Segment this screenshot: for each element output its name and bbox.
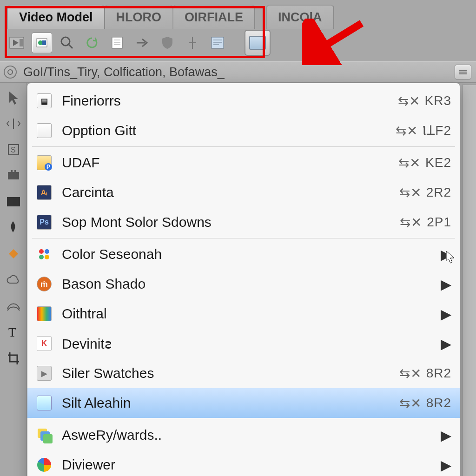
k-icon: K [36,335,53,352]
divider-icon[interactable] [182,33,203,53]
file-icon: ▤ [36,93,53,109]
menu-item-label: Fineriorrs [62,93,389,109]
shield-icon[interactable] [157,33,178,53]
menu-item-shortcut: ⇆✕KR3 [398,93,451,109]
tab-label: Video Model [19,10,93,25]
submenu-arrow-icon: ▶ [441,427,451,443]
left-tool-strip: S T [0,83,27,476]
svg-line-18 [316,23,362,51]
submenu-arrow-icon: ▶ [441,306,451,322]
search-icon[interactable] [57,33,77,53]
menu-item-shortcut: ⇆✕2R2 [399,185,451,200]
plugin-icon[interactable] [4,166,23,185]
menu-item-udaf[interactable]: UDAF ⇆✕KE2 [27,148,460,178]
type-icon[interactable]: T [4,323,23,341]
menu-item-label: Silt Aleahin [62,395,390,411]
breadcrumb-text: GoI/Tins_Tiry, Colfication, Bofawas_ [23,65,225,79]
folder-p-icon [36,154,53,171]
menu-separator [32,146,455,147]
svg-line-7 [69,45,73,48]
menu-item-fineriorrs[interactable]: ▤ Fineriorrs ⇆✕KR3 [27,86,460,116]
menu-separator [32,238,455,238]
menu-item-label: Bason Shado [62,276,431,292]
tab-label: OIRFIALE [185,10,243,25]
svg-rect-26 [11,170,13,173]
svg-point-31 [39,249,44,254]
menu-item-shortcut: ⇆✕8R2 [399,366,451,381]
menu-item-aswery-wards[interactable]: AsweRy/wards.. ▶ [27,420,460,450]
tab-oirfiale[interactable]: OIRFIALE [172,5,255,29]
menu-item-label: Color Seseonah [62,246,431,262]
object-icon[interactable] [32,33,52,53]
cloud-icon[interactable] [4,271,23,289]
menu-item-shortcut: ⇆✕KE2 [398,155,451,171]
menu-item-carcinta[interactable]: Aᵢ Carcinta ⇆✕2R2 [27,178,460,207]
main-area: ▤ Fineriorrs ⇆✕KR3 Opption Gitt ⇆✕ⲒꓕF2 U… [27,83,476,476]
menu-item-color-seseonah[interactable]: Color Seseonah ▶ [27,239,460,269]
annotation-red-arrow [302,19,367,65]
menu-item-label: Siler Swatches [62,365,390,381]
svg-rect-27 [14,170,16,173]
ps-icon: Ps [36,214,53,231]
script-icon[interactable] [207,33,228,53]
menu-item-bason-shado[interactable]: ṁ Bason Shado ▶ [27,269,460,299]
submenu-arrow-icon: ▶ [441,457,451,473]
svg-rect-28 [7,197,20,206]
menu-item-label: AsweRy/wards.. [62,427,431,443]
submenu-arrow-icon: ▶ [441,336,451,352]
color-dots-icon [36,246,53,263]
tab-hloro[interactable]: HLORO [104,5,174,29]
toolbar [5,29,471,57]
menu-item-label: Oithtral [62,306,431,322]
reflect-icon[interactable] [4,114,23,133]
submenu-arrow-icon: ▶ [441,276,451,292]
menu-item-siler-swatches[interactable]: ▶ Siler Swatches ⇆✕8R2 [27,358,460,388]
pie-icon [36,456,53,473]
menu-item-sop-mont-solor[interactable]: Ps Sop Mont Solor Sdowns ⇆✕2P1 [27,207,460,237]
svg-point-4 [38,40,43,45]
svg-rect-5 [42,40,46,45]
tab-video-model[interactable]: Video Model [7,5,105,29]
menu-item-oithtral[interactable]: Oithtral ▶ [27,299,460,329]
menu-separator [32,419,455,419]
diamond-icon[interactable] [4,245,23,263]
ai-icon: Aᵢ [36,184,53,201]
pen-icon[interactable] [4,218,23,237]
pointer-icon[interactable] [4,88,23,107]
svg-point-6 [61,37,70,46]
menu-item-diviewer[interactable]: Diviewer ▶ [27,450,460,476]
svg-text:S: S [11,146,16,154]
arrow-right-icon[interactable] [132,33,152,53]
menu-item-shortcut: ⇆✕8R2 [399,396,451,411]
tab-label: HLORO [116,10,162,25]
warp-icon[interactable] [4,297,23,315]
menu-item-opption-gitt[interactable]: Opption Gitt ⇆✕ⲒꓕF2 [27,116,460,145]
menu-item-label: Devinitꙅ [62,336,431,352]
menu-item-devinits[interactable]: K Devinitꙅ ▶ [27,329,460,358]
menu-item-shortcut: ⇆✕2P1 [400,215,451,230]
media-icon[interactable] [7,33,27,53]
svg-rect-8 [112,37,122,48]
menu-item-silt-aleahin[interactable]: Silt Aleahin ⇆✕8R2 [27,388,460,418]
panel-toggle-button[interactable] [245,30,271,56]
svg-point-32 [45,249,49,254]
breadcrumb-menu-button[interactable] [455,65,471,79]
submenu-arrow-icon: ▶ [441,246,451,263]
page-icon[interactable] [107,33,127,53]
dropdown-menu: ▤ Fineriorrs ⇆✕KR3 Opption Gitt ⇆✕ⲒꓕF2 U… [27,83,460,476]
swatch-icon[interactable]: S [4,140,23,159]
blank-file-icon [36,122,53,139]
svg-point-33 [39,255,44,259]
svg-point-19 [8,70,13,74]
refresh-icon[interactable] [82,33,102,53]
stack-icon [36,427,53,443]
right-panel-edge [462,85,476,476]
menu-item-label: Sop Mont Solor Sdowns [62,214,390,230]
m-icon: ṁ [36,276,53,292]
target-icon[interactable] [4,66,17,79]
monitor-icon [249,36,266,50]
page-icon [36,395,53,411]
rectangle-icon[interactable] [4,192,23,211]
crop-icon[interactable] [4,349,23,367]
svg-rect-29 [9,249,18,258]
